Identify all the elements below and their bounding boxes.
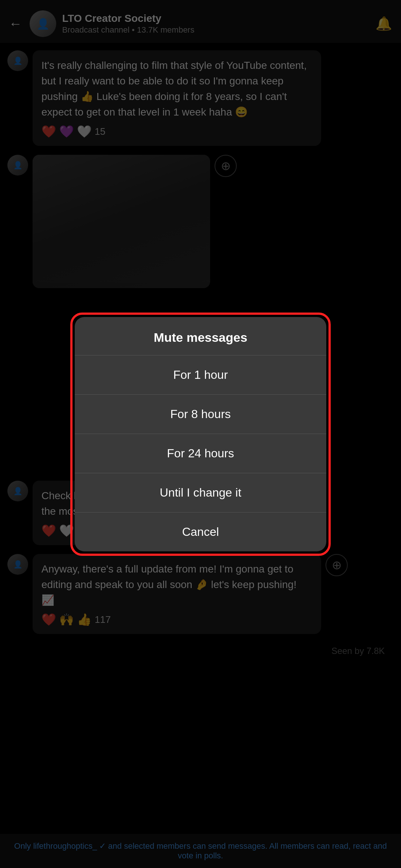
- mute-until-change-option[interactable]: Until I change it: [75, 473, 326, 512]
- mute-1hour-option[interactable]: For 1 hour: [75, 355, 326, 394]
- mute-modal: Mute messages For 1 hour For 8 hours For…: [75, 317, 326, 551]
- cancel-button[interactable]: Cancel: [75, 513, 326, 551]
- modal-title: Mute messages: [75, 317, 326, 355]
- mute-24hours-option[interactable]: For 24 hours: [75, 434, 326, 473]
- mute-8hours-option[interactable]: For 8 hours: [75, 395, 326, 434]
- modal-overlay[interactable]: Mute messages For 1 hour For 8 hours For…: [0, 0, 401, 868]
- modal-border: Mute messages For 1 hour For 8 hours For…: [70, 313, 331, 556]
